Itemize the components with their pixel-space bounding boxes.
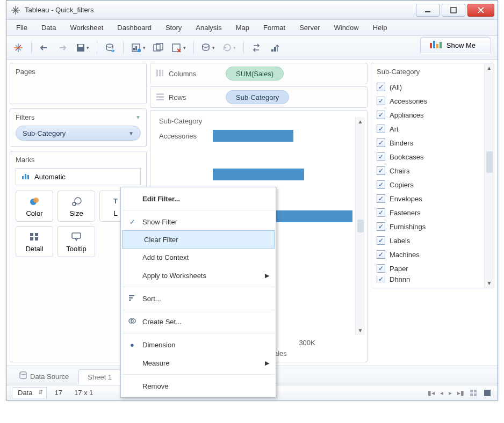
- auto-update-icon[interactable]: ▾: [199, 40, 217, 55]
- ctx-remove[interactable]: Remove: [121, 377, 276, 395]
- filter-item[interactable]: ✓Chairs: [377, 164, 481, 178]
- ctx-create-set[interactable]: Create Set...: [121, 312, 276, 331]
- submenu-arrow-icon: ▶: [265, 272, 269, 279]
- prev-sheet-icon[interactable]: ◂: [440, 389, 443, 397]
- scroll-down-icon[interactable]: ▼: [358, 327, 363, 333]
- filter-item[interactable]: ✓Furnishings: [377, 220, 481, 234]
- filter-item[interactable]: ✓Labels: [377, 234, 481, 247]
- redo-icon[interactable]: [55, 40, 70, 55]
- checkbox-icon[interactable]: ✓: [377, 222, 385, 231]
- menu-data[interactable]: Data: [35, 21, 62, 34]
- clear-sheet-icon[interactable]: ▾: [169, 40, 188, 55]
- checkbox-icon[interactable]: ✓: [377, 166, 385, 175]
- checkbox-icon[interactable]: ✓: [377, 208, 385, 217]
- first-sheet-icon[interactable]: ▮◂: [428, 389, 435, 397]
- mark-detail[interactable]: Detail: [16, 226, 53, 257]
- ctx-dimension[interactable]: ●Dimension: [121, 336, 276, 354]
- undo-icon[interactable]: [37, 40, 52, 55]
- refresh-icon[interactable]: ▾: [220, 40, 238, 55]
- duplicate-sheet-icon[interactable]: [151, 40, 166, 55]
- show-filmstrip-icon[interactable]: [484, 389, 492, 397]
- columns-pill[interactable]: SUM(Sales): [226, 67, 284, 81]
- checkbox-icon[interactable]: ✓: [377, 152, 385, 161]
- ctx-show-filter[interactable]: ✓Show Filter: [121, 213, 276, 231]
- ctx-edit-filter[interactable]: Edit Filter...: [121, 189, 276, 208]
- filter-item[interactable]: ✓Accessories: [377, 94, 481, 108]
- maximize-button[interactable]: [442, 4, 465, 17]
- sort-asc-icon[interactable]: [268, 40, 283, 55]
- scroll-up-icon[interactable]: ▲: [358, 119, 363, 125]
- mark-tooltip[interactable]: Tooltip: [57, 226, 95, 257]
- rows-pill[interactable]: Sub-Category: [226, 90, 289, 104]
- menu-server[interactable]: Server: [293, 21, 326, 34]
- checkbox-icon[interactable]: ✓: [377, 236, 385, 245]
- mark-type-select[interactable]: Automatic: [16, 168, 141, 185]
- menu-worksheet[interactable]: Worksheet: [63, 21, 110, 34]
- checkbox-icon[interactable]: ✓: [377, 250, 385, 259]
- checkbox-icon[interactable]: ✓: [377, 97, 385, 105]
- chart-scrollbar[interactable]: ▲ ▼: [355, 117, 365, 335]
- pages-dropzone[interactable]: [16, 80, 141, 98]
- bar-label: Accessories: [159, 132, 213, 140]
- ctx-sort[interactable]: Sort...: [121, 289, 276, 308]
- checkbox-icon[interactable]: ✓: [377, 111, 385, 119]
- last-sheet-icon[interactable]: ▸▮: [457, 389, 464, 397]
- show-me-tab[interactable]: Show Me: [420, 37, 491, 54]
- rows-shelf[interactable]: Rows Sub-Category: [150, 86, 368, 108]
- scroll-thumb[interactable]: [357, 220, 364, 232]
- checkbox-icon[interactable]: ✓: [377, 138, 385, 147]
- filter-item-all[interactable]: ✓(All): [377, 80, 481, 94]
- menu-analysis[interactable]: Analysis: [189, 21, 228, 34]
- pages-shelf: Pages: [10, 63, 147, 104]
- menu-file[interactable]: File: [10, 21, 34, 34]
- menu-window[interactable]: Window: [327, 21, 365, 34]
- checkbox-icon[interactable]: ✓: [377, 264, 385, 273]
- save-icon[interactable]: ▾: [74, 40, 91, 55]
- new-datasource-icon[interactable]: +: [103, 40, 118, 55]
- swap-icon[interactable]: [249, 40, 264, 55]
- menu-story[interactable]: Story: [159, 21, 188, 34]
- sheet-tab-1[interactable]: Sheet 1: [78, 369, 121, 385]
- checkbox-icon[interactable]: ✓: [377, 125, 385, 133]
- mark-color[interactable]: Color: [16, 191, 53, 222]
- minimize-button[interactable]: [416, 4, 440, 17]
- checkbox-icon[interactable]: ✓: [377, 275, 385, 283]
- filter-pill-sub-category[interactable]: Sub-Category ▼: [16, 126, 141, 141]
- filter-item[interactable]: ✓Binders: [377, 136, 481, 150]
- filter-scrollbar[interactable]: ▲ ▼: [484, 63, 494, 288]
- filter-item[interactable]: ✓Bookcases: [377, 150, 481, 164]
- pill-dropdown-icon[interactable]: ▼: [128, 130, 134, 136]
- tableau-home-icon[interactable]: [11, 40, 26, 55]
- datasource-select[interactable]: Data: [12, 387, 47, 398]
- menu-map[interactable]: Map: [229, 21, 256, 34]
- menu-dashboard[interactable]: Dashboard: [111, 21, 158, 34]
- scroll-up-icon[interactable]: ▲: [487, 65, 492, 71]
- menu-help[interactable]: Help: [366, 21, 394, 34]
- dropdown-icon[interactable]: ▼: [135, 114, 141, 120]
- columns-shelf[interactable]: Columns SUM(Sales): [150, 63, 368, 84]
- ctx-add-to-context[interactable]: Add to Context: [121, 248, 276, 266]
- close-button[interactable]: [467, 4, 494, 17]
- checkbox-icon[interactable]: ✓: [377, 83, 385, 91]
- menu-format[interactable]: Format: [257, 21, 292, 34]
- filter-item[interactable]: ✓Envelopes: [377, 192, 481, 206]
- filter-item[interactable]: ✓Copiers: [377, 178, 481, 192]
- checkbox-icon[interactable]: ✓: [377, 180, 385, 189]
- data-source-tab[interactable]: Data Source: [11, 368, 77, 385]
- filter-item-cut[interactable]: ✓Dhnnn: [377, 275, 481, 283]
- ctx-clear-filter[interactable]: Clear Filter: [122, 230, 275, 249]
- mark-size[interactable]: Size: [57, 191, 95, 222]
- filter-item[interactable]: ✓Paper: [377, 261, 481, 275]
- checkbox-icon[interactable]: ✓: [377, 194, 385, 203]
- filter-item[interactable]: ✓Fasteners: [377, 206, 481, 220]
- new-worksheet-icon[interactable]: ▾: [129, 40, 148, 55]
- scroll-thumb[interactable]: [486, 151, 493, 173]
- filter-item[interactable]: ✓Appliances: [377, 108, 481, 122]
- filter-item[interactable]: ✓Art: [377, 122, 481, 136]
- ctx-apply-to-worksheets[interactable]: Apply to Worksheets▶: [121, 266, 276, 285]
- next-sheet-icon[interactable]: ▸: [449, 389, 452, 397]
- scroll-down-icon[interactable]: ▼: [487, 280, 492, 286]
- show-tabs-icon[interactable]: [470, 389, 478, 397]
- filter-item[interactable]: ✓Machines: [377, 247, 481, 261]
- ctx-measure[interactable]: Measure▶: [121, 354, 276, 372]
